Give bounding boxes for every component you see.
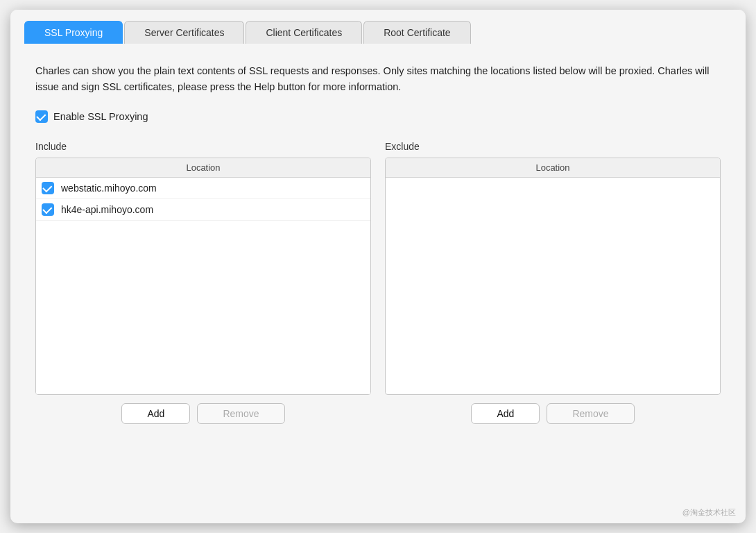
exclude-add-button[interactable]: Add	[471, 403, 540, 424]
dialog: SSL Proxying Server Certificates Client …	[10, 10, 746, 523]
description-text: Charles can show you the plain text cont…	[35, 63, 721, 95]
tab-server-certificates[interactable]: Server Certificates	[124, 21, 244, 44]
enable-ssl-checkbox[interactable]	[35, 110, 48, 123]
table-row[interactable]: hk4e-api.mihoyo.com	[36, 199, 370, 221]
row-location-1: webstatic.mihoyo.com	[61, 183, 157, 194]
include-add-button[interactable]: Add	[121, 403, 190, 424]
table-row[interactable]: webstatic.mihoyo.com	[36, 178, 370, 199]
include-empty-area	[36, 221, 370, 394]
exclude-table-body	[386, 178, 720, 393]
include-button-row: Add Remove	[35, 403, 371, 424]
tab-bar: SSL Proxying Server Certificates Client …	[10, 10, 746, 44]
exclude-remove-button[interactable]: Remove	[547, 403, 634, 424]
include-table: Location webstatic.mihoyo.com hk4e-api.m…	[35, 158, 371, 395]
exclude-table-header: Location	[386, 158, 720, 178]
enable-ssl-label: Enable SSL Proxying	[53, 111, 148, 122]
exclude-table: Location	[385, 158, 721, 395]
row-location-2: hk4e-api.mihoyo.com	[61, 204, 153, 215]
include-remove-button[interactable]: Remove	[197, 403, 284, 424]
tab-ssl-proxying[interactable]: SSL Proxying	[24, 21, 123, 44]
tab-client-certificates[interactable]: Client Certificates	[246, 21, 362, 44]
include-column: Include Location webstatic.mihoyo.com hk…	[35, 141, 371, 424]
include-table-body: webstatic.mihoyo.com hk4e-api.mihoyo.com	[36, 178, 370, 394]
watermark: @淘金技术社区	[682, 507, 736, 518]
enable-ssl-row[interactable]: Enable SSL Proxying	[35, 110, 721, 123]
tab-root-certificate[interactable]: Root Certificate	[363, 21, 470, 44]
exclude-empty-area	[386, 178, 720, 393]
exclude-column: Exclude Location Add Remove	[385, 141, 721, 424]
columns: Include Location webstatic.mihoyo.com hk…	[35, 141, 721, 424]
include-table-header: Location	[36, 158, 370, 178]
exclude-label: Exclude	[385, 141, 721, 152]
content-area: Charles can show you the plain text cont…	[10, 44, 746, 443]
exclude-button-row: Add Remove	[385, 403, 721, 424]
exclude-column-header: Location	[391, 162, 714, 173]
row-checkbox-2[interactable]	[42, 203, 54, 216]
include-label: Include	[35, 141, 371, 152]
include-column-header: Location	[42, 162, 365, 173]
row-checkbox-1[interactable]	[42, 182, 54, 194]
